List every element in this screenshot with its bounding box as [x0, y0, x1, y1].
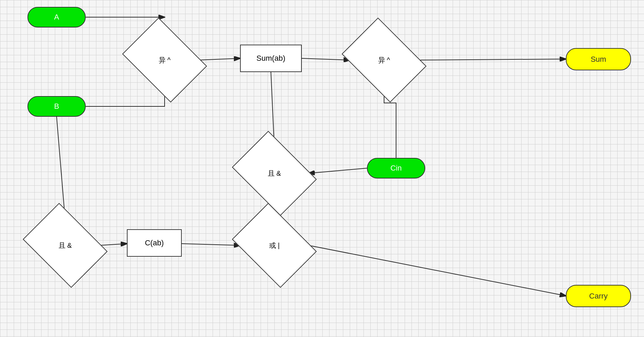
node-AndAB-label: 且 &: [59, 241, 72, 250]
node-SumAb-label: Sum(ab): [257, 54, 285, 63]
svg-line-11: [309, 245, 566, 296]
node-Sum: Sum: [566, 48, 631, 70]
svg-line-4: [418, 59, 566, 60]
node-CAb: C(ab): [127, 229, 182, 257]
svg-line-9: [99, 244, 127, 245]
node-XorSum: 异 ^: [350, 34, 418, 86]
flowchart-arrows: [0, 0, 644, 337]
node-XorSum-label: 异 ^: [378, 56, 390, 65]
node-A: A: [27, 7, 86, 27]
svg-line-10: [182, 244, 240, 245]
svg-line-3: [302, 58, 350, 60]
node-Sum-label: Sum: [591, 55, 606, 64]
node-AndCin-label: 且 &: [268, 169, 281, 178]
svg-line-2: [199, 58, 240, 60]
node-Cin: Cin: [367, 158, 425, 178]
svg-line-6: [309, 168, 367, 173]
node-XorAB-label: 异 ^: [159, 56, 171, 65]
node-A-label: A: [54, 13, 59, 22]
node-AndCin: 且 &: [240, 148, 309, 199]
node-B-label: B: [54, 102, 59, 111]
node-Carry-label: Carry: [589, 292, 608, 301]
node-XorAB: 异 ^: [130, 34, 199, 86]
node-Carry: Carry: [566, 285, 631, 307]
node-Cin-label: Cin: [390, 164, 402, 173]
node-OrCarry: 或 |: [240, 220, 309, 271]
node-CAb-label: C(ab): [145, 239, 164, 247]
node-SumAb: Sum(ab): [240, 45, 302, 72]
node-AndAB: 且 &: [31, 220, 99, 271]
node-B: B: [27, 96, 86, 117]
node-OrCarry-label: 或 |: [269, 241, 280, 250]
